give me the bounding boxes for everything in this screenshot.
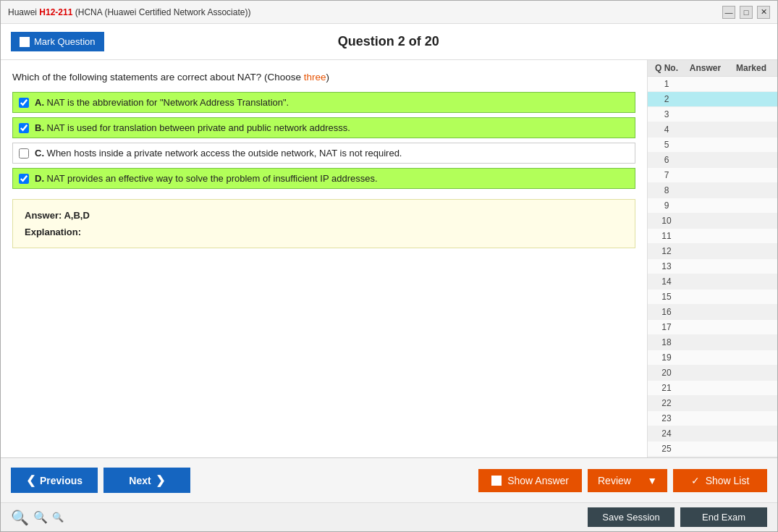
answer-text: Answer: A,B,D — [25, 210, 623, 221]
col-answer: Answer — [681, 63, 730, 73]
option-row-a[interactable]: A. NAT is the abbreviation for "Network … — [12, 92, 635, 113]
review-button[interactable]: Review ▼ — [588, 469, 667, 492]
question-list[interactable]: 1234567891011121314151617181920212223242… — [648, 77, 777, 457]
option-row-c[interactable]: C. When hosts inside a private network a… — [12, 143, 635, 164]
option-checkbox-a[interactable] — [19, 98, 29, 108]
review-label: Review — [598, 475, 631, 486]
option-label-d: D. NAT provides an effective way to solv… — [35, 173, 378, 184]
end-exam-button[interactable]: End Exam — [680, 507, 767, 527]
question-list-row[interactable]: 5 — [648, 138, 777, 153]
titlebar-controls: — □ ✕ — [722, 6, 770, 19]
option-row-d[interactable]: D. NAT provides an effective way to solv… — [12, 168, 635, 189]
question-list-row[interactable]: 14 — [648, 274, 777, 290]
zoom-in-button[interactable]: 🔍 — [11, 509, 29, 526]
option-label-c: C. When hosts inside a private network a… — [35, 148, 402, 159]
option-checkbox-c[interactable] — [19, 148, 29, 159]
question-panel: Which of the following statements are co… — [1, 60, 647, 457]
question-list-row[interactable]: 10 — [648, 214, 777, 229]
bottom-bar: ❮ Previous Next ❯ Show Answer Review ▼ ✓… — [1, 457, 777, 502]
question-title: Question 2 of 20 — [338, 34, 439, 49]
header-bar: Mark Question Question 2 of 20 — [1, 24, 777, 60]
question-list-row[interactable]: 21 — [648, 381, 777, 396]
next-label: Next — [129, 475, 151, 486]
question-list-row[interactable]: 8 — [648, 183, 777, 198]
col-qno: Q No. — [652, 63, 681, 73]
next-arrow-icon: ❯ — [156, 473, 165, 487]
question-list-row[interactable]: 18 — [648, 335, 777, 350]
zoom-out-button[interactable]: 🔍 — [52, 509, 64, 526]
titlebar: Huawei H12-211 (HCNA (Huawei Certified N… — [1, 1, 777, 24]
col-marked: Marked — [730, 63, 773, 73]
question-list-row[interactable]: 19 — [648, 350, 777, 366]
option-label-a: A. NAT is the abbreviation for "Network … — [35, 97, 289, 108]
question-list-row[interactable]: 3 — [648, 107, 777, 122]
question-list-row[interactable]: 17 — [648, 320, 777, 335]
option-checkbox-b[interactable] — [19, 123, 29, 133]
save-session-button[interactable]: Save Session — [588, 507, 675, 527]
minimize-button[interactable]: — — [722, 6, 735, 19]
question-list-row[interactable]: 23 — [648, 411, 777, 426]
question-list-row[interactable]: 6 — [648, 153, 777, 168]
right-panel-header: Q No. Answer Marked — [648, 60, 777, 77]
question-list-row[interactable]: 1 — [648, 77, 777, 92]
options-list: A. NAT is the abbreviation for "Network … — [12, 92, 635, 189]
footer-bar: 🔍 🔍 🔍 Save Session End Exam — [1, 502, 777, 531]
explanation-label: Explanation: — [25, 227, 623, 237]
zoom-normal-button[interactable]: 🔍 — [33, 509, 48, 526]
previous-arrow-icon: ❮ — [26, 473, 35, 487]
question-list-row[interactable]: 16 — [648, 305, 777, 320]
question-list-row[interactable]: 4 — [648, 122, 777, 138]
question-list-row[interactable]: 25 — [648, 442, 777, 457]
option-label-b: B. NAT is used for translation between p… — [35, 122, 350, 133]
option-checkbox-d[interactable] — [19, 174, 29, 184]
right-panel: Q No. Answer Marked 12345678910111213141… — [647, 60, 777, 457]
review-dropdown-icon: ▼ — [647, 475, 657, 486]
main-area: Which of the following statements are co… — [1, 60, 777, 457]
mark-question-label: Mark Question — [34, 36, 96, 47]
app-window: Huawei H12-211 (HCNA (Huawei Certified N… — [0, 0, 778, 532]
question-list-row[interactable]: 11 — [648, 229, 777, 244]
answer-box: Answer: A,B,D Explanation: — [12, 199, 635, 248]
show-list-button[interactable]: ✓ Show List — [673, 469, 767, 492]
question-list-row[interactable]: 9 — [648, 198, 777, 214]
zoom-controls: 🔍 🔍 🔍 — [11, 509, 64, 526]
footer-right: Save Session End Exam — [588, 507, 767, 527]
option-row-b[interactable]: B. NAT is used for translation between p… — [12, 117, 635, 138]
question-text: Which of the following statements are co… — [12, 70, 635, 85]
question-list-row[interactable]: 12 — [648, 244, 777, 259]
question-list-row[interactable]: 13 — [648, 259, 777, 274]
maximize-button[interactable]: □ — [740, 6, 753, 19]
close-button[interactable]: ✕ — [757, 6, 770, 19]
show-answer-label: Show Answer — [507, 475, 569, 486]
show-answer-checkbox-icon — [491, 476, 502, 486]
next-button[interactable]: Next ❯ — [103, 468, 190, 493]
titlebar-title: Huawei H12-211 (HCNA (Huawei Certified N… — [8, 7, 250, 17]
question-list-row[interactable]: 15 — [648, 290, 777, 305]
previous-label: Previous — [40, 475, 83, 486]
mark-question-button[interactable]: Mark Question — [11, 32, 104, 51]
question-list-row[interactable]: 2 — [648, 92, 777, 107]
mark-icon — [20, 37, 30, 47]
question-list-row[interactable]: 24 — [648, 426, 777, 442]
question-list-row[interactable]: 20 — [648, 366, 777, 381]
show-answer-button[interactable]: Show Answer — [478, 469, 582, 492]
question-list-row[interactable]: 7 — [648, 168, 777, 183]
show-list-label: Show List — [706, 475, 750, 486]
question-list-row[interactable]: 22 — [648, 396, 777, 411]
previous-button[interactable]: ❮ Previous — [11, 468, 98, 493]
show-list-check-icon: ✓ — [691, 475, 700, 486]
